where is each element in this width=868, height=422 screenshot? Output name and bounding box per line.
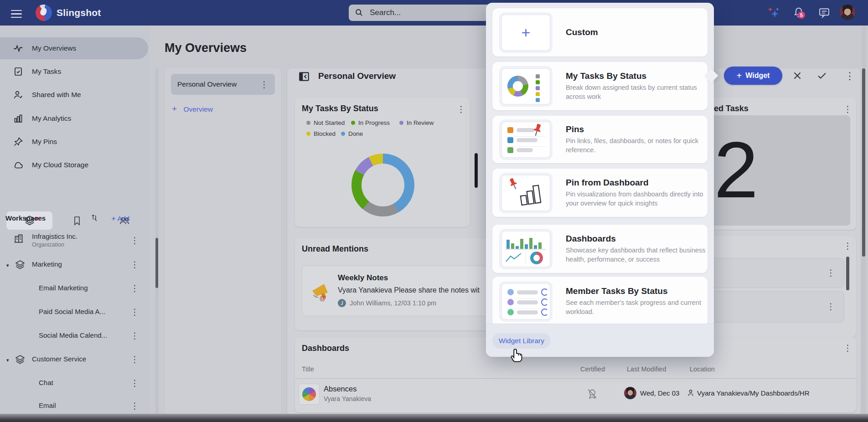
overview-item-menu-icon[interactable]: ⋮	[260, 80, 269, 89]
sidebar-item-my-overviews[interactable]: My Overviews	[0, 37, 148, 59]
widget-resize-handle[interactable]	[475, 153, 478, 188]
legend-item[interactable]: Blocked	[306, 130, 336, 137]
content-scrollbar-thumb[interactable]	[155, 238, 158, 288]
activity-icon	[13, 43, 24, 54]
left-sidebar: My Overviews My Tasks Shared with Me My …	[0, 26, 150, 414]
column-header-certified[interactable]: Certified	[580, 365, 605, 373]
column-header-last-modified[interactable]: Last Modified	[627, 365, 666, 373]
ai-sparkles-icon[interactable]	[766, 6, 780, 19]
custom-thumbnail: +	[501, 15, 550, 51]
popup-item-member-tasks-by-status[interactable]: Member Tasks By Status See each member's…	[492, 277, 708, 326]
workspace-item-marketing[interactable]: ▾ Marketing ⋮	[0, 259, 150, 277]
workspace-menu-icon[interactable]: ⋮	[130, 236, 139, 245]
sidebar-item-my-tasks[interactable]: My Tasks	[0, 61, 148, 82]
dashboard-thumbnail	[299, 384, 320, 405]
workspace-menu-icon[interactable]: ⋮	[130, 260, 139, 269]
app-window: Slingshot 5	[0, 0, 868, 422]
popup-item-my-tasks-by-status[interactable]: My Tasks By Status Break down assigned t…	[492, 62, 708, 110]
board-title: Personal Overview	[318, 71, 396, 81]
popup-item-pins[interactable]: Pins Pin links, files, dashboards, or no…	[492, 116, 708, 163]
page-scrollbar-thumb[interactable]	[862, 68, 865, 257]
chevron-down-icon[interactable]: ▾	[6, 357, 9, 363]
dashboard-owner: Vyara Yanakieva	[324, 395, 371, 402]
completed-tasks-value: 2	[714, 130, 758, 210]
legend-item[interactable]: In Review	[399, 119, 434, 126]
collapse-panel-icon[interactable]	[298, 71, 310, 82]
widget-scrollbar-thumb[interactable]	[846, 257, 849, 290]
overview-list-panel: Personal Overview ⋮ + Overview	[165, 68, 281, 416]
workspace-menu-icon[interactable]: ⋮	[130, 308, 139, 316]
building-icon	[13, 232, 25, 244]
legend-item[interactable]: Done	[341, 130, 363, 137]
search-input[interactable]	[349, 5, 498, 21]
chevron-down-icon[interactable]: ▾	[6, 262, 9, 268]
sidebar-item-my-analytics[interactable]: My Analytics	[0, 108, 148, 129]
pin-from-dashboard-thumbnail	[501, 175, 550, 211]
user-avatar[interactable]	[840, 5, 855, 20]
widget-menu-icon[interactable]: ⋮	[843, 242, 852, 250]
board-menu-icon[interactable]: ⋮	[845, 71, 855, 81]
popup-item-custom[interactable]: + Custom	[492, 8, 708, 57]
mention-meta: John Williams, 12/03 1:10 pm	[350, 299, 436, 307]
window-bottom-edge	[0, 414, 868, 422]
workspace-menu-icon[interactable]: ⋮	[130, 284, 139, 293]
sort-icon[interactable]	[89, 212, 99, 222]
column-header-location[interactable]: Location	[690, 365, 715, 373]
plus-icon: +	[737, 71, 742, 81]
plus-icon: +	[111, 214, 116, 223]
workspaces-heading: Workspaces	[5, 214, 46, 222]
confirm-check-icon[interactable]	[816, 70, 828, 81]
workspace-item-infragistics[interactable]: Infragistics Inc. Organization ⋮	[0, 230, 150, 256]
slingshot-logo-icon	[36, 5, 52, 21]
workspace-item-email-marketing[interactable]: Email Marketing ⋮	[0, 283, 150, 301]
pin-icon	[13, 136, 24, 147]
dashboards-thumbnail	[501, 231, 550, 267]
table-row[interactable]: Absences Vyara Yanakieva Wed, Dec 03 Vya…	[295, 379, 856, 410]
workspace-menu-icon[interactable]: ⋮	[130, 331, 139, 340]
popup-item-dashboards[interactable]: Dashboards Showcase key dashboards that …	[492, 225, 708, 273]
last-modified-date: Wed, Dec 03	[640, 389, 679, 397]
clipboard-check-icon	[13, 66, 24, 77]
overview-list-item-selected[interactable]: Personal Overview ⋮	[171, 74, 275, 95]
layers-icon	[15, 259, 26, 270]
sidebar-item-shared-with-me[interactable]: Shared with Me	[0, 84, 148, 106]
add-workspace-button[interactable]: + Add	[111, 214, 129, 223]
dashboard-location: Vyara Yanakieva/My Dashboards/HR	[697, 389, 810, 397]
dashboard-title[interactable]: Absences	[324, 385, 356, 393]
messages-icon[interactable]	[818, 6, 831, 19]
row-menu-icon[interactable]: ⋮	[827, 268, 835, 277]
color-wheel-icon	[302, 387, 316, 401]
workspace-item-customer-service[interactable]: ▾ Customer Service ⋮	[0, 354, 150, 372]
row-menu-icon[interactable]: ⋮	[827, 302, 835, 311]
widget-menu-icon[interactable]: ⋮	[843, 105, 852, 113]
popup-item-pin-from-dashboard[interactable]: Pin from Dashboard Pin visualizations fr…	[492, 169, 708, 217]
legend-item[interactable]: Not Started	[306, 119, 345, 126]
author-avatar: J	[338, 299, 346, 307]
person-check-icon	[13, 89, 24, 100]
plus-icon: +	[502, 15, 550, 50]
layers-icon	[15, 354, 26, 365]
widget-menu-icon[interactable]: ⋮	[843, 344, 852, 352]
page-title: My Overviews	[165, 41, 247, 55]
add-widget-button[interactable]: + Widget	[724, 67, 782, 85]
workspace-menu-icon[interactable]: ⋮	[130, 355, 139, 364]
search-icon	[354, 8, 364, 18]
menu-icon[interactable]	[11, 8, 22, 20]
cloud-icon	[13, 160, 24, 170]
workspace-menu-icon[interactable]: ⋮	[130, 401, 139, 410]
mouse-cursor	[509, 345, 526, 364]
mention-title: Weekly Notes	[338, 273, 388, 283]
column-header-title[interactable]: Title	[302, 365, 314, 373]
close-icon[interactable]	[792, 70, 803, 81]
mention-body: Vyara Yanakieva Please share the notes w…	[338, 286, 480, 294]
workspace-item-chat[interactable]: Chat ⋮	[0, 377, 150, 396]
add-overview-button[interactable]: + Overview	[172, 104, 213, 114]
legend-item[interactable]: In Progress	[351, 119, 390, 126]
notifications-bell-icon[interactable]: 5	[792, 6, 805, 19]
workspace-menu-icon[interactable]: ⋮	[130, 379, 139, 387]
sidebar-item-my-pins[interactable]: My Pins	[0, 131, 148, 153]
workspace-item-paid-social[interactable]: Paid Social Media A... ⋮	[0, 306, 150, 324]
workspace-item-social-calendar[interactable]: Social Media Calend... ⋮	[0, 330, 150, 348]
sidebar-item-my-cloud-storage[interactable]: My Cloud Storage	[0, 154, 148, 176]
widget-menu-icon[interactable]: ⋮	[457, 105, 465, 113]
